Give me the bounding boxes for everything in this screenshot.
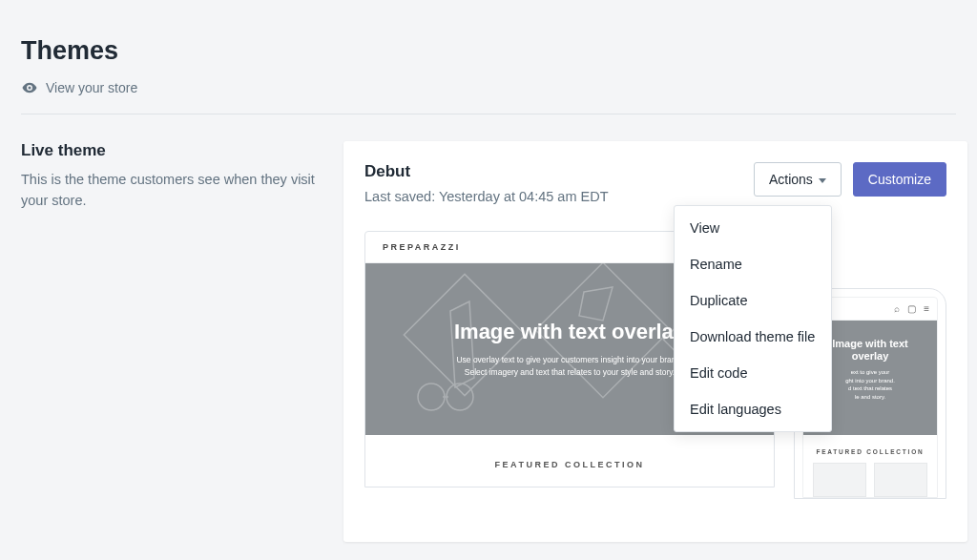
dropdown-item-edit-code[interactable]: Edit code	[675, 355, 831, 391]
mobile-product-placeholder	[874, 463, 927, 497]
view-store-label: View your store	[46, 80, 137, 95]
search-icon: ⌕	[894, 303, 900, 314]
dropdown-item-download[interactable]: Download theme file	[675, 319, 831, 355]
mobile-featured-label: FEATURED COLLECTION	[803, 435, 937, 463]
preview-featured-label: FEATURED COLLECTION	[365, 435, 774, 487]
theme-card: Debut Last saved: Yesterday at 04:45 am …	[343, 141, 967, 542]
menu-icon: ≡	[924, 303, 929, 314]
dropdown-item-edit-languages[interactable]: Edit languages	[675, 391, 831, 427]
chevron-down-icon	[819, 178, 826, 183]
actions-dropdown: View Rename Duplicate Download theme fil…	[674, 205, 832, 432]
divider	[21, 114, 956, 114]
preview-hero-sub1: Use overlay text to give your customers …	[456, 354, 682, 366]
dropdown-item-duplicate[interactable]: Duplicate	[675, 282, 831, 319]
bag-icon: ▢	[907, 303, 916, 314]
theme-last-saved: Last saved: Yesterday at 04:45 am EDT	[364, 189, 754, 204]
view-store-link[interactable]: View your store	[21, 79, 137, 96]
actions-button[interactable]: Actions	[754, 162, 842, 197]
preview-hero-title: Image with text overlay	[454, 320, 685, 344]
customize-label: Customize	[868, 172, 931, 187]
dropdown-item-rename[interactable]: Rename	[675, 246, 831, 282]
dropdown-item-view[interactable]: View	[675, 210, 831, 246]
actions-label: Actions	[769, 172, 813, 187]
page-title: Themes	[21, 36, 956, 66]
customize-button[interactable]: Customize	[853, 162, 946, 197]
preview-hero-sub2: Select imagery and text that relates to …	[465, 366, 675, 379]
section-heading: Live theme	[21, 141, 317, 160]
theme-name: Debut	[364, 162, 754, 181]
eye-icon	[21, 79, 38, 96]
svg-point-3	[418, 384, 445, 410]
preview-brand: PREPARAZZI	[383, 242, 461, 252]
svg-point-4	[447, 384, 473, 410]
section-description: This is the theme customers see when the…	[21, 170, 317, 212]
mobile-product-placeholder	[813, 463, 866, 497]
